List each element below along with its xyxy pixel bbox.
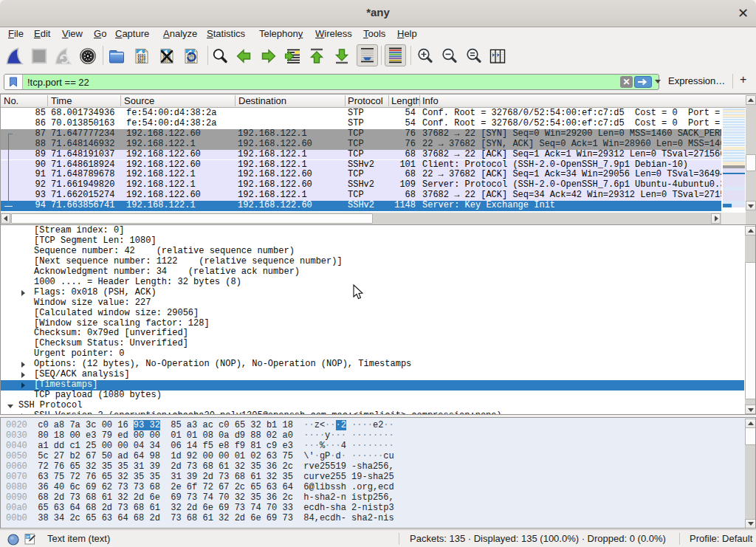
svg-text:0011: 0011 — [137, 60, 145, 63]
